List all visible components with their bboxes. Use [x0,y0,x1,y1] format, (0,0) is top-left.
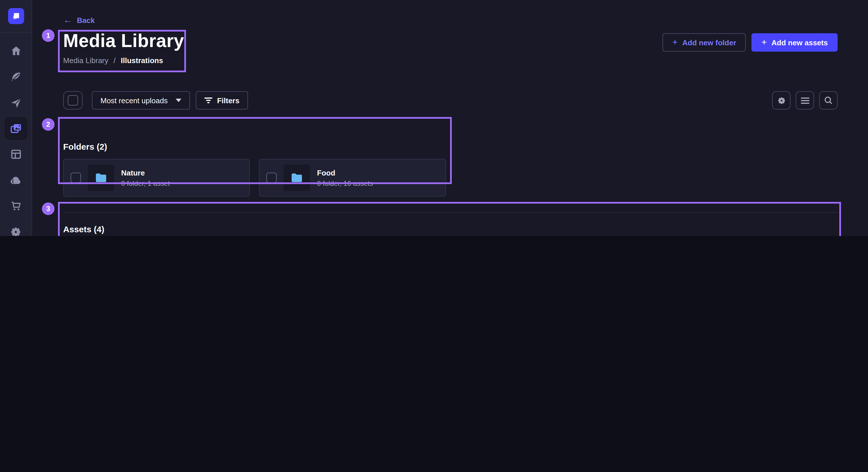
filter-icon [205,98,212,103]
send-icon [9,96,22,109]
header-actions: + Add new folder + Add new assets [662,33,838,52]
folder-icon [94,171,108,185]
strapi-logo[interactable] [8,8,24,24]
sidebar-item-settings[interactable] [8,224,23,236]
plus-icon: + [762,38,767,47]
toolbar: Most recent uploads Filters [63,91,838,109]
search-button[interactable] [819,91,838,109]
sidebar-item-marketplace[interactable] [8,198,23,213]
view-settings-button[interactable] [772,91,790,109]
folders-grid: Nature 0 folder, 1 asset Food 0 folder, … [63,159,838,197]
sidebar-divider [0,32,32,33]
layout-icon [9,148,22,161]
folder-tile [284,165,310,191]
breadcrumb-current: Illustrations [121,56,163,65]
section-divider [63,212,838,213]
chevron-down-icon [176,99,181,102]
sidebar-item-deploy[interactable] [8,173,23,188]
folder-card-food[interactable]: Food 0 folder, 16 assets [259,159,446,197]
folder-name: Nature [121,168,169,177]
strapi-logo-glyph [11,11,21,21]
back-arrow-icon: ← [63,15,72,25]
sidebar-item-media-library[interactable] [4,117,27,140]
breadcrumb-separator: / [114,56,116,65]
media-library-app: KD ← Back Media Library Media Library / … [0,0,868,236]
back-link[interactable]: ← Back [63,15,103,25]
plus-icon: + [672,38,678,47]
search-icon [824,96,833,105]
add-new-assets-label: Add new assets [771,38,828,47]
sidebar-nav [4,43,27,236]
breadcrumb: Media Library / Illustrations [63,55,838,65]
cart-icon [9,200,22,212]
sidebar-item-content-type-builder[interactable] [8,147,23,162]
add-new-assets-button[interactable]: + Add new assets [752,33,838,52]
back-label: Back [77,16,95,24]
list-icon [801,97,809,103]
page-header: Media Library Media Library / Illustrati… [63,30,838,65]
folder-icon [290,171,304,185]
main-content: ← Back Media Library Media Library / Ill… [32,0,868,236]
breadcrumb-root[interactable]: Media Library [63,56,108,65]
folder-meta: 0 folder, 16 assets [317,179,373,188]
sort-value: Most recent uploads [100,96,167,105]
filters-label: Filters [217,96,239,105]
sidebar-item-content[interactable] [8,69,23,84]
folder-tile [88,165,114,191]
select-all-button[interactable] [63,91,83,109]
view-controls [772,91,838,109]
sidebar-item-home[interactable] [8,43,23,59]
add-new-folder-label: Add new folder [682,38,736,47]
filters-button[interactable]: Filters [196,91,248,109]
list-view-button[interactable] [796,91,814,109]
home-icon [9,45,22,57]
sort-dropdown[interactable]: Most recent uploads [92,91,190,109]
media-library-icon [9,122,23,135]
sidebar: KD [0,0,32,236]
folder-checkbox[interactable] [267,173,277,183]
gear-icon [776,96,786,105]
folder-meta: 0 folder, 1 asset [121,179,169,188]
folder-card-nature[interactable]: Nature 0 folder, 1 asset [63,159,250,197]
folders-heading: Folders (2) [63,141,838,153]
folder-name: Food [317,168,373,177]
add-new-folder-button[interactable]: + Add new folder [662,33,746,52]
select-all-checkbox[interactable] [68,95,78,105]
gear-icon [9,225,22,236]
sidebar-item-releases[interactable] [8,95,23,110]
folder-checkbox[interactable] [71,173,81,183]
assets-heading: Assets (4) [63,224,838,235]
feather-icon [9,71,22,83]
cloud-icon [9,173,22,187]
